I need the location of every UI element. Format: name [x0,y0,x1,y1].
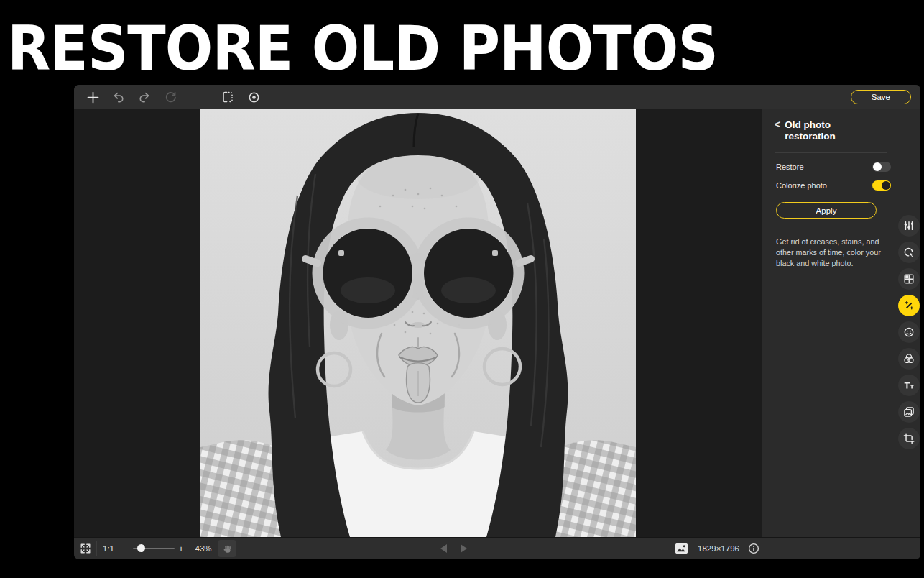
save-button[interactable]: Save [851,90,911,104]
redo-icon[interactable] [136,88,153,106]
adjustments-icon[interactable] [898,215,920,237]
old-photo-restoration-panel: < Old photo restoration Restore Colorize… [762,109,920,537]
restore-label: Restore [776,162,804,171]
editor-window: Save [74,85,920,559]
restore-row: Restore [776,161,891,173]
layout-icon[interactable] [898,268,920,290]
zoom-slider-knob[interactable] [137,544,145,552]
info-icon[interactable] [747,538,761,559]
page-title: RESTORE OLD PHOTOS [7,17,718,79]
colorize-label: Colorize photo [776,181,827,190]
zoom-in-button[interactable]: + [176,538,186,559]
preview-icon[interactable] [245,88,262,106]
effects-icon[interactable] [898,348,920,370]
panel-title: Old photo restoration [785,119,865,142]
thumbnail-icon[interactable] [673,538,689,559]
text-icon[interactable] [898,375,920,396]
zoom-percent: 43% [189,538,218,559]
panel-divider [775,152,887,153]
image-dimensions: 1829×1796 [690,538,747,559]
stickers-icon[interactable] [898,321,920,343]
fit-screen-icon[interactable] [74,538,96,559]
apply-button[interactable]: Apply [776,202,877,219]
auto-enhance-icon[interactable] [898,242,920,263]
zoom-out-button[interactable]: − [121,538,131,559]
undo-icon[interactable] [110,88,127,106]
previous-image-icon[interactable] [437,538,450,559]
compare-icon[interactable] [219,88,236,106]
restore-toggle[interactable] [872,162,891,172]
statusbar-divider [96,541,97,556]
tool-rail [898,215,920,454]
canvas-area[interactable] [74,109,762,537]
next-image-icon[interactable] [457,538,470,559]
top-toolbar: Save [74,85,920,109]
pan-hand-icon[interactable] [218,540,236,557]
ratio-button[interactable]: 1:1 [98,538,119,559]
page: RESTORE OLD PHOTOS [0,0,924,578]
reset-icon[interactable] [162,88,179,106]
photo-image [200,109,636,537]
panel-description: Get rid of creases, stains, and other ma… [776,237,885,269]
colorize-toggle[interactable] [872,180,891,191]
crop-icon[interactable] [898,428,920,449]
colorize-row: Colorize photo [776,180,891,191]
add-icon[interactable] [84,88,101,106]
back-chevron-icon[interactable]: < [775,119,780,142]
magic-tools-icon[interactable] [898,295,920,316]
status-bar: 1:1 − + 43% [74,537,920,559]
photos-icon[interactable] [898,401,920,423]
